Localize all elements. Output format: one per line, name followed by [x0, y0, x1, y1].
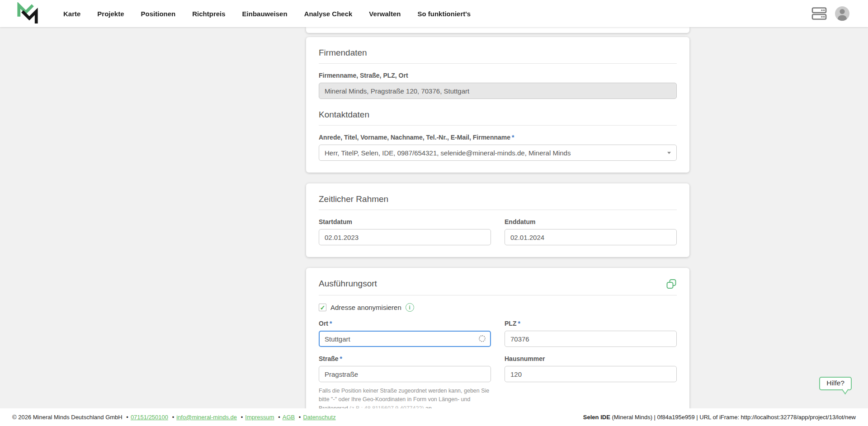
- footer-link-impressum[interactable]: Impressum: [245, 414, 274, 421]
- main-navigation: Karte Projekte Positionen Richtpreis Ein…: [63, 10, 471, 18]
- footer-separator: •: [172, 414, 175, 421]
- top-navbar: Karte Projekte Positionen Richtpreis Ein…: [0, 0, 868, 27]
- footer: © 2026 Mineral Minds Deutschland GmbH •0…: [0, 408, 868, 426]
- zeitlicher-rahmen-card: Zeitlicher Rahmen Startdatum Enddatum: [306, 183, 689, 257]
- nav-item-so-funktionierts[interactable]: So funktioniert's: [417, 10, 471, 18]
- footer-separator: •: [299, 414, 301, 421]
- startdatum-input[interactable]: [319, 229, 491, 245]
- ort-label: Ort*: [319, 320, 491, 327]
- contact-select-value: Herr, TitelP, Selen, IDE, 0987/654321, s…: [325, 149, 571, 157]
- footer-link-datenschutz[interactable]: Datenschutz: [303, 414, 335, 421]
- startdatum-label: Startdatum: [319, 218, 491, 225]
- user-avatar-icon[interactable]: [835, 6, 850, 21]
- footer-link-email[interactable]: info@mineral-minds.de: [176, 414, 237, 421]
- footer-status-app: Selen IDE: [583, 414, 610, 421]
- firmendaten-card: Firmendaten Firmenname, Straße, PLZ, Ort…: [306, 37, 689, 173]
- footer-separator: •: [241, 414, 243, 421]
- footer-separator: •: [278, 414, 280, 421]
- enddatum-label: Enddatum: [505, 218, 677, 225]
- plz-label-text: PLZ: [505, 320, 516, 327]
- contact-field-label: Anrede, Titel, Vorname, Nachname, Tel.-N…: [319, 134, 677, 141]
- contact-field-label-text: Anrede, Titel, Vorname, Nachname, Tel.-N…: [319, 134, 510, 141]
- nav-item-positionen[interactable]: Positionen: [141, 10, 176, 18]
- chevron-down-icon: [667, 152, 671, 154]
- required-marker: *: [512, 134, 514, 141]
- footer-link-phone[interactable]: 07151/250100: [131, 414, 168, 421]
- footer-status: Selen IDE (Mineral Minds) | 0f84a195e959…: [583, 414, 856, 421]
- nav-item-verwalten[interactable]: Verwalten: [369, 10, 401, 18]
- ort-label-text: Ort: [319, 320, 328, 327]
- ausfuehrungsort-title: Ausführungsort: [319, 279, 377, 289]
- kontaktdaten-title: Kontaktdaten: [319, 110, 677, 120]
- divider: [319, 125, 677, 126]
- ort-input[interactable]: [319, 331, 491, 347]
- divider: [319, 63, 677, 64]
- contact-select[interactable]: Herr, TitelP, Selen, IDE, 0987/654321, s…: [319, 145, 677, 161]
- enddatum-input[interactable]: [505, 229, 677, 245]
- required-marker: *: [340, 355, 342, 362]
- zeitlicher-rahmen-title: Zeitlicher Rahmen: [319, 194, 677, 204]
- form-content: Firmendaten Firmenname, Straße, PLZ, Ort…: [306, 27, 689, 426]
- plz-label: PLZ*: [505, 320, 677, 327]
- anonymize-checkbox[interactable]: [319, 304, 326, 311]
- footer-link-agb[interactable]: AGB: [283, 414, 295, 421]
- strasse-label: Straße*: [319, 355, 491, 362]
- ausfuehrungsort-card: Ausführungsort Adresse anonymisieren Ort…: [306, 268, 689, 425]
- nav-item-richtpreis[interactable]: Richtpreis: [192, 10, 225, 18]
- server-icon[interactable]: [811, 6, 828, 21]
- strasse-input[interactable]: [319, 366, 491, 382]
- help-button[interactable]: Hilfe?: [819, 377, 852, 390]
- loading-spinner-icon: [479, 335, 486, 342]
- strasse-label-text: Straße: [319, 355, 339, 362]
- plz-input[interactable]: [505, 331, 677, 347]
- required-marker: *: [330, 320, 332, 327]
- company-field-label: Firmenname, Straße, PLZ, Ort: [319, 72, 677, 79]
- footer-left: © 2026 Mineral Minds Deutschland GmbH •0…: [12, 414, 336, 421]
- anonymize-label[interactable]: Adresse anonymisieren: [330, 304, 401, 311]
- copy-icon[interactable]: [666, 279, 677, 290]
- footer-separator: •: [126, 414, 128, 421]
- footer-copyright: © 2026 Mineral Minds Deutschland GmbH: [12, 414, 123, 421]
- company-field-input: [319, 83, 677, 99]
- footer-status-details: (Mineral Minds) | 0f84a195e959 | URL of …: [610, 414, 856, 421]
- nav-item-analyse-check[interactable]: Analyse Check: [304, 10, 353, 18]
- info-icon[interactable]: [406, 303, 414, 312]
- nav-item-einbauweisen[interactable]: Einbauweisen: [242, 10, 288, 18]
- divider: [319, 295, 677, 295]
- nav-item-projekte[interactable]: Projekte: [97, 10, 124, 18]
- mineral-minds-logo-icon[interactable]: [16, 2, 39, 25]
- nav-item-karte[interactable]: Karte: [63, 10, 80, 18]
- firmendaten-title: Firmendaten: [319, 48, 677, 58]
- hausnummer-input[interactable]: [505, 366, 677, 382]
- required-marker: *: [518, 320, 520, 327]
- hausnummer-label: Hausnummer: [505, 355, 677, 362]
- previous-card-partial: [306, 27, 689, 33]
